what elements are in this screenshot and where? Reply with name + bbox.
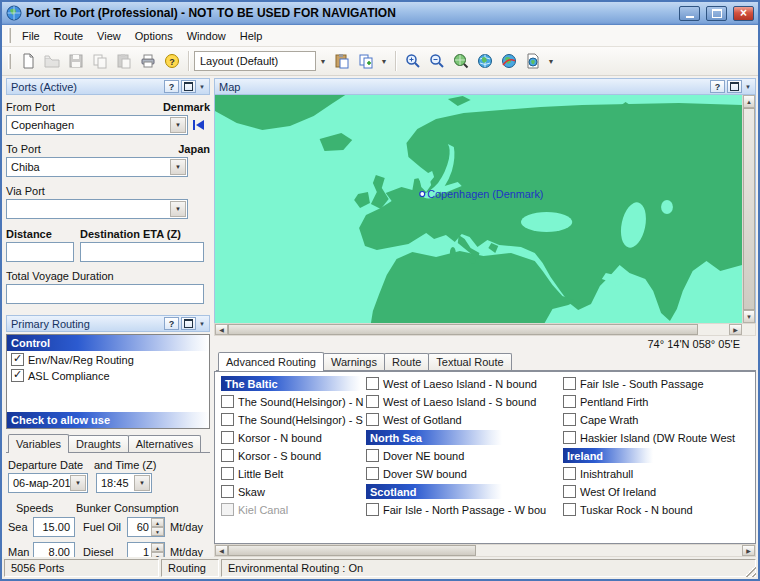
- routing-option[interactable]: Skaw: [221, 484, 364, 499]
- copy-button[interactable]: [88, 50, 111, 72]
- routing-option[interactable]: Dover SW bound: [366, 466, 561, 481]
- routing-option[interactable]: West of Laeso Island - N bound: [366, 376, 561, 391]
- from-port-select[interactable]: Copenhagen: [6, 115, 188, 135]
- checkbox[interactable]: [11, 369, 24, 382]
- diesel-stepper[interactable]: 1: [127, 542, 165, 557]
- routing-option[interactable]: West Of Ireland: [563, 484, 755, 499]
- checkbox[interactable]: [563, 413, 576, 426]
- scrollbar-thumb[interactable]: [228, 545, 476, 556]
- dropdown-arrow-icon[interactable]: [170, 201, 186, 217]
- checkbox[interactable]: [563, 467, 576, 480]
- stepper-up-icon[interactable]: [151, 518, 164, 527]
- checkbox[interactable]: [221, 449, 234, 462]
- via-port-select[interactable]: [6, 199, 188, 219]
- layout-dropdown-icon[interactable]: [317, 51, 329, 71]
- routing-option[interactable]: Dover NE bound: [366, 448, 561, 463]
- routing-option[interactable]: The Sound(Helsingor) - S bound: [221, 412, 364, 427]
- dropdown-arrow-icon[interactable]: [170, 159, 186, 175]
- tab-warnings[interactable]: Warnings: [323, 353, 385, 370]
- routing-option[interactable]: West of Laeso Island - S bound: [366, 394, 561, 409]
- panel-collapse-button[interactable]: [181, 80, 196, 93]
- port-marker[interactable]: [420, 192, 425, 197]
- checkbox[interactable]: [563, 377, 576, 390]
- route-globe-button[interactable]: [497, 50, 520, 72]
- panel-help-button[interactable]: [710, 80, 725, 93]
- distance-field[interactable]: [6, 242, 74, 262]
- panel-menu-arrow-icon[interactable]: [745, 84, 751, 90]
- duration-field[interactable]: [6, 284, 204, 304]
- routing-option[interactable]: Haskier Island (DW Route West: [563, 430, 755, 445]
- routing-option[interactable]: Korsor - N bound: [221, 430, 364, 445]
- panel-menu-arrow-icon[interactable]: [199, 84, 205, 90]
- close-button[interactable]: [733, 6, 754, 21]
- fuel-oil-stepper[interactable]: 60: [127, 517, 165, 537]
- stepper-up-icon[interactable]: [151, 543, 164, 552]
- map-view[interactable]: Copenhagen (Denmark): [214, 95, 756, 323]
- scroll-right-button[interactable]: [742, 545, 755, 556]
- checkbox[interactable]: [366, 449, 379, 462]
- departure-date-select[interactable]: 06-мар-2017: [8, 473, 88, 493]
- scroll-up-button[interactable]: [743, 95, 755, 108]
- scroll-left-button[interactable]: [215, 324, 228, 335]
- map-tools-arrow-icon[interactable]: [545, 51, 557, 71]
- checkbox[interactable]: [221, 413, 234, 426]
- tab-advanced-routing[interactable]: Advanced Routing: [218, 352, 324, 371]
- checkbox[interactable]: [221, 467, 234, 480]
- reverse-route-button[interactable]: [192, 119, 206, 131]
- routing-option[interactable]: Tuskar Rock - N bound: [563, 502, 755, 517]
- routing-option[interactable]: Env/Nav/Reg Routing: [11, 353, 209, 366]
- routing-horizontal-scrollbar[interactable]: [214, 544, 756, 557]
- paste-button[interactable]: [112, 50, 135, 72]
- scroll-left-button[interactable]: [215, 545, 228, 556]
- routing-option[interactable]: Cape Wrath: [563, 412, 755, 427]
- scroll-down-button[interactable]: [743, 310, 755, 323]
- tab-draughts[interactable]: Draughts: [68, 435, 129, 452]
- routing-option[interactable]: Fair Isle - North Passage - W bou: [366, 502, 561, 517]
- man-speed-field[interactable]: 8.00: [33, 542, 75, 557]
- layout-select[interactable]: Layout (Default): [194, 51, 316, 71]
- scroll-right-button[interactable]: [729, 324, 742, 335]
- routing-option[interactable]: Inishtrahull: [563, 466, 755, 481]
- panel-menu-arrow-icon[interactable]: [199, 321, 205, 327]
- checkbox[interactable]: [563, 395, 576, 408]
- panel-collapse-button[interactable]: [727, 80, 742, 93]
- new-file-button[interactable]: [16, 50, 39, 72]
- minimize-button[interactable]: [679, 6, 700, 21]
- tab-textual-route[interactable]: Textual Route: [428, 353, 511, 370]
- routing-option[interactable]: The Sound(Helsingor) - N bound: [221, 394, 364, 409]
- checkbox[interactable]: [221, 431, 234, 444]
- checkbox[interactable]: [221, 485, 234, 498]
- checkbox[interactable]: [11, 353, 24, 366]
- zoom-region-button[interactable]: [449, 50, 472, 72]
- copy-layout-button[interactable]: [354, 50, 377, 72]
- panel-help-button[interactable]: [164, 80, 179, 93]
- resize-grip[interactable]: [744, 565, 756, 577]
- checkbox[interactable]: [366, 395, 379, 408]
- export-map-button[interactable]: [521, 50, 544, 72]
- eta-field[interactable]: [80, 242, 204, 262]
- checkbox[interactable]: [366, 503, 379, 516]
- departure-time-select[interactable]: 18:45: [96, 473, 152, 493]
- open-file-button[interactable]: [40, 50, 63, 72]
- menu-route[interactable]: Route: [47, 27, 90, 45]
- scrollbar-thumb[interactable]: [743, 108, 755, 310]
- dropdown-arrow-icon[interactable]: [170, 117, 186, 133]
- panel-collapse-button[interactable]: [181, 317, 196, 330]
- zoom-in-button[interactable]: [401, 50, 424, 72]
- world-view-button[interactable]: [473, 50, 496, 72]
- routing-option[interactable]: Korsor - S bound: [221, 448, 364, 463]
- checkbox[interactable]: [366, 413, 379, 426]
- tab-variables[interactable]: Variables: [8, 434, 69, 453]
- dropdown-arrow-icon[interactable]: [70, 475, 86, 491]
- save-file-button[interactable]: [64, 50, 87, 72]
- map-horizontal-scrollbar[interactable]: [214, 323, 756, 336]
- tab-alternatives[interactable]: Alternatives: [128, 435, 201, 452]
- to-port-select[interactable]: Chiba: [6, 157, 188, 177]
- stepper-down-icon[interactable]: [151, 527, 164, 536]
- layout-menu-arrow-icon[interactable]: [378, 51, 390, 71]
- routing-option[interactable]: Pentland Firth: [563, 394, 755, 409]
- paste-layout-button[interactable]: [330, 50, 353, 72]
- menu-window[interactable]: Window: [180, 27, 233, 45]
- sea-speed-field[interactable]: 15.00: [33, 517, 75, 537]
- zoom-out-button[interactable]: [425, 50, 448, 72]
